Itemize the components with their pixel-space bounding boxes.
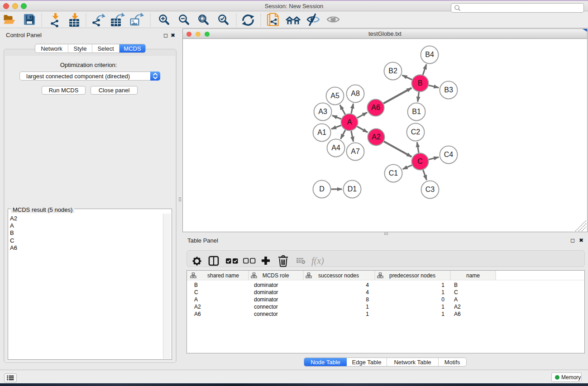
- svg-text:A6: A6: [454, 311, 461, 317]
- svg-text:f(x): f(x): [311, 256, 324, 266]
- svg-text:A6: A6: [371, 104, 380, 111]
- svg-text:dominator: dominator: [254, 296, 278, 303]
- svg-text:C4: C4: [444, 151, 454, 158]
- svg-text:C: C: [454, 289, 458, 295]
- svg-text:A: A: [454, 296, 458, 303]
- svg-text:B: B: [454, 282, 458, 288]
- svg-text:B4: B4: [425, 51, 434, 58]
- svg-text:A: A: [347, 118, 352, 126]
- svg-text:A7: A7: [351, 148, 360, 155]
- svg-text:connector: connector: [254, 304, 278, 310]
- svg-text:shared name: shared name: [207, 272, 239, 279]
- svg-text:successor nodes: successor nodes: [318, 272, 359, 279]
- svg-text:8: 8: [366, 296, 369, 303]
- svg-text:A2: A2: [454, 304, 461, 310]
- svg-text:B1: B1: [412, 108, 421, 115]
- svg-text:B: B: [194, 282, 198, 288]
- svg-text:predecessor nodes: predecessor nodes: [389, 272, 435, 279]
- svg-text:name: name: [466, 272, 480, 279]
- svg-text:dominator: dominator: [254, 282, 278, 288]
- svg-text:C2: C2: [411, 128, 421, 136]
- svg-text:A4: A4: [331, 144, 340, 152]
- svg-text:1: 1: [366, 311, 369, 317]
- svg-text:C: C: [417, 157, 423, 165]
- svg-text:A2: A2: [372, 133, 381, 141]
- svg-text:D: D: [319, 185, 325, 193]
- svg-text:A: A: [194, 296, 198, 303]
- svg-text:A1: A1: [317, 129, 326, 136]
- svg-text:A6: A6: [194, 311, 201, 317]
- svg-text:1: 1: [441, 304, 445, 310]
- svg-text:C3: C3: [425, 186, 435, 193]
- svg-text:1: 1: [366, 304, 369, 310]
- svg-text:D1: D1: [348, 185, 357, 193]
- svg-text:4: 4: [366, 282, 369, 288]
- svg-text:B: B: [418, 79, 423, 87]
- svg-text:1: 1: [441, 289, 445, 295]
- svg-text:B2: B2: [388, 67, 397, 75]
- svg-text:A5: A5: [330, 92, 339, 100]
- svg-text:1: 1: [441, 311, 445, 317]
- svg-text:A3: A3: [318, 108, 327, 115]
- svg-text:A8: A8: [351, 90, 360, 97]
- svg-text:0: 0: [441, 296, 445, 303]
- svg-text:connector: connector: [254, 311, 278, 317]
- svg-text:C1: C1: [389, 169, 398, 177]
- svg-text:4: 4: [366, 289, 369, 295]
- svg-text:1: 1: [441, 282, 445, 288]
- svg-text:B3: B3: [444, 86, 453, 94]
- svg-text:A2: A2: [194, 304, 201, 310]
- svg-text:C: C: [194, 289, 198, 295]
- svg-text:MCDS role: MCDS role: [263, 272, 289, 279]
- svg-text:dominator: dominator: [254, 289, 278, 295]
